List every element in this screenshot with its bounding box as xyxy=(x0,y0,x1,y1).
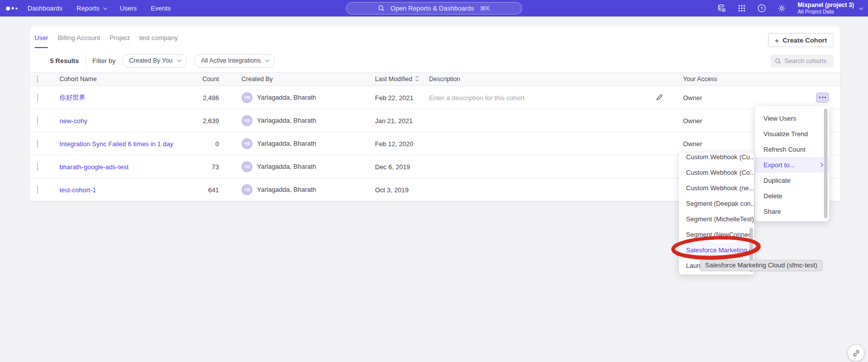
access-level: Owner xyxy=(683,117,702,124)
menu-item-delete[interactable]: Delete xyxy=(755,188,829,204)
tab-project[interactable]: Project xyxy=(110,27,130,49)
global-search[interactable]: Open Reports & Dashboards ⌘K xyxy=(346,2,522,15)
project-switcher[interactable]: Mixpanel (project 3) All Project Data xyxy=(798,2,862,15)
row-checkbox[interactable] xyxy=(37,139,38,148)
menu-item-export-to-label: Export to... xyxy=(764,161,795,169)
table-row: 你好世界 2,486 YBYarlagadda, Bharath Feb 22,… xyxy=(30,86,840,109)
chevron-down-icon xyxy=(859,6,863,10)
submenu-item-segment-deepak[interactable]: Segment (Deepak con... xyxy=(679,196,754,211)
filter-row: 5 Results Filter by Created By You All A… xyxy=(30,49,840,72)
export-submenu: Custom Webhook (Cu... Custom Webhook (Co… xyxy=(679,153,754,274)
cohort-type-tabs: User Billing Account Project test compan… xyxy=(30,27,840,49)
header-description: Description xyxy=(429,76,460,83)
cohort-name-link[interactable]: new-cohy xyxy=(60,117,88,124)
export-submenu-list: Custom Webhook (Cu... Custom Webhook (Co… xyxy=(679,153,754,273)
apps-grid-icon[interactable] xyxy=(738,4,746,13)
keyboard-shortcut: ⌘K xyxy=(480,5,490,12)
cohort-name-link[interactable]: 你好世界 xyxy=(60,93,86,102)
submenu-item-custom-webhook-1[interactable]: Custom Webhook (Cu... xyxy=(679,153,754,165)
created-by-name: Yarlagadda, Bharath xyxy=(257,163,316,170)
tab-user[interactable]: User xyxy=(34,27,48,49)
create-cohort-label: Create Cohort xyxy=(782,37,827,44)
row-checkbox[interactable] xyxy=(37,116,38,125)
top-nav: Dashboards Reports Users Events Open Rep… xyxy=(0,0,868,17)
help-icon[interactable]: ? xyxy=(758,4,766,13)
nav-dashboards-label: Dashboards xyxy=(28,5,62,12)
menu-item-share[interactable]: Share xyxy=(755,204,829,219)
table-row: new-cohy 2,639 YBYarlagadda, Bharath Jan… xyxy=(30,109,840,132)
last-modified-date: Jan 21, 2021 xyxy=(375,117,412,124)
data-management-icon[interactable] xyxy=(718,4,726,13)
select-all-checkbox[interactable] xyxy=(37,75,38,83)
search-icon xyxy=(378,5,384,12)
integration-tooltip: Salesforce Marketing Cloud (sfmc-test) xyxy=(700,260,822,271)
last-modified-date: Feb 12, 2020 xyxy=(375,140,414,147)
menu-item-export-to[interactable]: Export to... xyxy=(755,157,829,173)
chevron-down-icon xyxy=(103,6,107,10)
chevron-right-icon xyxy=(819,163,823,167)
search-cohorts-placeholder: Search cohorts xyxy=(784,58,826,65)
description-field[interactable]: Enter a description for this cohort xyxy=(429,94,524,101)
cohort-name-link[interactable]: test-cohort-1 xyxy=(60,186,96,193)
menu-item-refresh-count[interactable]: Refresh Count xyxy=(755,142,829,157)
chevron-down-icon xyxy=(266,58,270,62)
header-created-by: Created By xyxy=(242,76,273,83)
svg-text:?: ? xyxy=(760,6,763,11)
row-actions-menu-button[interactable] xyxy=(816,93,829,103)
nav-reports[interactable]: Reports xyxy=(76,5,106,12)
search-cohorts-input[interactable]: Search cohorts xyxy=(770,55,834,68)
created-by-name: Yarlagadda, Bharath xyxy=(257,140,316,147)
created-by-name: Yarlagadda, Bharath xyxy=(257,94,316,101)
row-checkbox[interactable] xyxy=(37,162,38,171)
submenu-item-segment-michelletest[interactable]: Segment (MichelleTest) xyxy=(679,211,754,227)
row-checkbox[interactable] xyxy=(37,93,38,102)
last-modified-date: Feb 22, 2021 xyxy=(375,94,414,101)
chevron-down-icon xyxy=(177,58,181,62)
menu-item-visualize-trend[interactable]: Visualize Trend xyxy=(755,126,829,142)
menu-item-duplicate[interactable]: Duplicate xyxy=(755,173,829,188)
nav-reports-label: Reports xyxy=(76,5,100,12)
header-last-modified[interactable]: Last Modified xyxy=(375,76,419,83)
avatar: YB xyxy=(242,92,252,103)
submenu-item-salesforce-marketing-cloud[interactable]: Salesforce Marketing C... xyxy=(679,242,754,258)
submenu-item-custom-webhook-3[interactable]: Custom Webhook (ne... xyxy=(679,180,754,196)
link-icon xyxy=(852,349,860,357)
menu-scrollbar[interactable] xyxy=(824,109,828,218)
filter-by-label: Filter by xyxy=(92,57,116,65)
integrations-filter[interactable]: All Active Integrations xyxy=(194,54,276,68)
menu-item-view-users[interactable]: View Users xyxy=(755,111,829,126)
divider xyxy=(86,55,86,67)
created-by-filter[interactable]: Created By You xyxy=(122,54,187,68)
header-your-access: Your Access xyxy=(683,76,717,83)
cohort-count: 73 xyxy=(155,163,219,170)
edit-description-pencil-icon[interactable] xyxy=(655,93,664,102)
search-icon xyxy=(775,58,781,64)
row-actions-menu: View Users Visualize Trend Refresh Count… xyxy=(755,106,829,221)
settings-gear-icon[interactable] xyxy=(778,4,786,13)
cohort-count: 2,639 xyxy=(155,117,219,124)
row-checkbox[interactable] xyxy=(37,185,38,194)
submenu-item-segment-newconnec[interactable]: Segment (NewConnec... xyxy=(679,227,754,242)
share-link-button[interactable] xyxy=(848,345,864,361)
cohort-name-link[interactable]: bharath-google-ads-test xyxy=(60,163,128,170)
created-by-name: Yarlagadda, Bharath xyxy=(257,186,316,193)
nav-dashboards[interactable]: Dashboards xyxy=(28,5,62,12)
global-search-placeholder: Open Reports & Dashboards xyxy=(390,5,474,12)
integrations-filter-label: All Active Integrations xyxy=(201,57,261,64)
submenu-item-custom-webhook-2[interactable]: Custom Webhook (Co... xyxy=(679,165,754,180)
nav-events[interactable]: Events xyxy=(151,5,171,12)
tab-test-company[interactable]: test company xyxy=(139,27,178,49)
header-count: Count xyxy=(155,76,219,83)
project-scope: All Project Data xyxy=(798,9,854,15)
results-count: 5 Results xyxy=(50,57,79,65)
avatar: YB xyxy=(242,184,252,195)
nav-users[interactable]: Users xyxy=(120,5,137,12)
create-cohort-button[interactable]: + Create Cohort xyxy=(768,33,834,47)
sort-icon xyxy=(415,76,419,83)
header-cohort-name: Cohort Name xyxy=(60,76,96,83)
access-level: Owner xyxy=(683,94,702,101)
tab-billing-account[interactable]: Billing Account xyxy=(58,27,100,49)
nav-right: ? Mixpanel (project 3) All Project Data xyxy=(718,0,862,17)
nav-events-label: Events xyxy=(151,5,171,12)
mixpanel-logo[interactable] xyxy=(6,7,18,11)
